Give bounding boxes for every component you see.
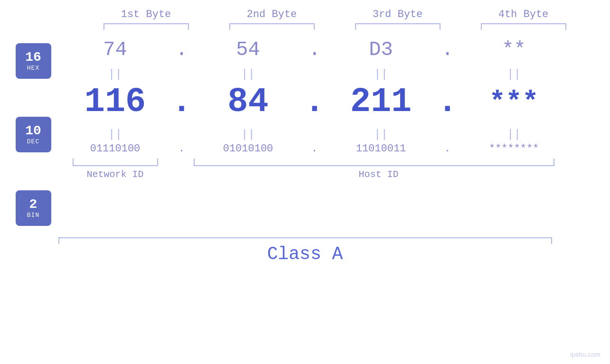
dec-dot1: . [170,83,194,121]
hex-b3-cell: D3 [327,38,436,61]
ip-grid: 74 . 54 . D3 . ** [61,38,600,180]
dec-dot2-value: . [304,83,325,121]
content-area: 16 HEX 10 DEC 2 BIN 74 . [11,38,600,226]
bin-badge-label: BIN [27,212,39,219]
dec-b2-cell: 84 [194,83,303,121]
host-bracket-line [194,159,554,166]
hex-dot1: . [170,38,194,61]
network-id-label: Network ID [61,169,170,180]
bin-b2-value: 01010100 [223,143,273,155]
hex-dot3-value: . [441,38,453,61]
byte2-bracket [229,23,315,24]
bin-dot2: . [303,143,327,155]
byte4-label: 4th Byte [498,9,549,20]
byte2-header: 2nd Byte [217,9,327,24]
dec-dot1-value: . [171,83,192,121]
bin-dot3-value: . [444,143,450,155]
dec-b3-value: 211 [350,83,412,121]
eq2: || [194,68,303,81]
eq7: || [327,128,436,141]
dec-b4-value: *** [489,87,538,118]
hex-dot2-value: . [309,38,320,61]
byte2-label: 2nd Byte [247,9,297,20]
byte1-header: 1st Byte [92,9,201,24]
dec-dot3: . [436,83,460,121]
dec-badge: 10 DEC [16,117,51,152]
badges-column: 16 HEX 10 DEC 2 BIN [16,43,51,226]
dec-b3-cell: 211 [327,83,436,121]
eq-row-2: || || || || [61,128,600,141]
dec-b1-cell: 116 [61,83,170,121]
eq1: || [61,68,170,81]
eq-row-1: || || || || [61,68,600,81]
eq4: || [460,68,569,81]
hex-b2-cell: 54 [194,38,303,61]
bracket-gap1 [170,159,194,166]
bin-dot1-value: . [178,143,185,155]
eq5: || [61,128,170,141]
hex-badge-label: HEX [27,65,39,72]
hex-badge: 16 HEX [16,43,51,79]
bin-b2-cell: 01010100 [194,143,303,155]
hex-b1-value: 74 [103,38,127,61]
bottom-brackets [61,159,600,166]
hex-dot1-value: . [176,38,188,61]
bin-b1-value: 01110100 [90,143,141,155]
byte1-label: 1st Byte [121,9,171,20]
host-id-label: Host ID [194,169,564,180]
byte1-bracket [103,23,189,24]
bin-badge: 2 BIN [16,190,51,226]
byte3-label: 3rd Byte [373,9,423,20]
dec-dot3-value: . [437,83,458,121]
bin-badge-number: 2 [29,197,38,212]
dec-badge-number: 10 [25,124,41,139]
bin-b3-value: 11010011 [356,143,406,155]
eq8: || [460,128,569,141]
footer-section: Class A [58,231,552,264]
label-gap [170,169,194,180]
eq6: || [194,128,303,141]
dec-b1-value: 116 [84,83,146,121]
dec-b2-value: 84 [227,83,268,121]
dec-badge-label: DEC [27,138,39,145]
byte3-header: 3rd Byte [343,9,452,24]
bin-dot3: . [436,143,460,155]
dec-b4-cell: *** [460,87,569,118]
byte3-bracket [355,23,441,24]
network-bracket [61,159,170,166]
main-container: 1st Byte 2nd Byte 3rd Byte 4th Byte 16 H… [0,0,610,364]
bin-b3-cell: 11010011 [327,143,436,155]
hex-b2-value: 54 [236,38,260,61]
hex-dot3: . [436,38,460,61]
bin-b4-value: ******** [489,143,539,155]
byte4-bracket [481,23,566,24]
byte-headers: 1st Byte 2nd Byte 3rd Byte 4th Byte [83,9,586,24]
bin-b1-cell: 01110100 [61,143,170,155]
footer-bracket [58,237,552,238]
hex-b1-cell: 74 [61,38,170,61]
dec-row: 116 . 84 . 211 . *** [61,83,600,121]
hex-badge-number: 16 [25,50,41,65]
host-bracket [194,159,564,166]
bin-dot2-value: . [311,143,318,155]
bin-b4-cell: ******** [460,143,569,155]
byte4-header: 4th Byte [469,9,578,24]
id-labels: Network ID Host ID [61,169,600,180]
hex-row: 74 . 54 . D3 . ** [61,38,600,61]
hex-b4-cell: ** [460,38,569,61]
hex-dot2: . [303,38,327,61]
bin-dot1: . [170,143,194,155]
class-label: Class A [267,244,343,264]
watermark: ipshu.com [570,351,601,358]
eq3: || [327,68,436,81]
network-bracket-line [73,159,158,166]
hex-b4-value: ** [502,38,526,61]
dec-dot2: . [303,83,327,121]
hex-b3-value: D3 [369,38,393,61]
bin-row: 01110100 . 01010100 . 11010011 . [61,143,600,155]
